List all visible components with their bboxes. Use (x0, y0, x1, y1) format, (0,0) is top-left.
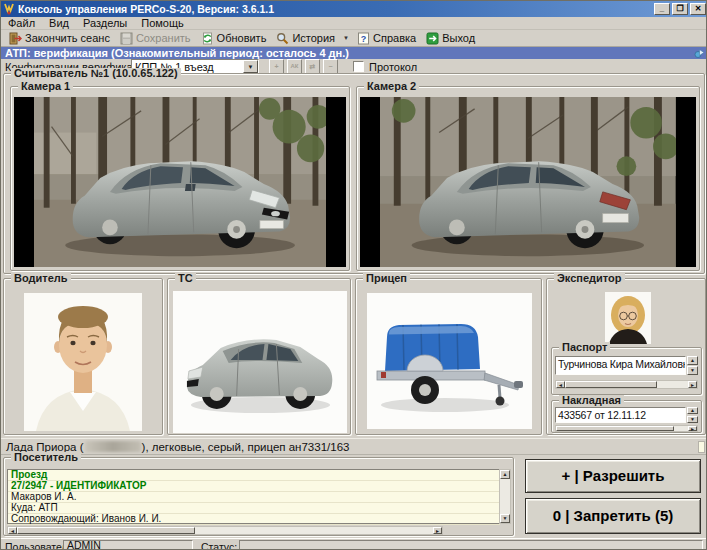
exit-button[interactable]: Выход (421, 31, 480, 46)
camera2-label: Камера 2 (364, 81, 419, 92)
camera1-group: Камера 1 (10, 86, 350, 271)
user-value: ADMIN (63, 540, 193, 550)
scrollbar-track (195, 527, 433, 534)
svg-text:?: ? (361, 33, 367, 43)
config-ak-button[interactable]: АК (287, 59, 302, 74)
save-button[interactable]: Сохранить (115, 31, 196, 46)
vehicle-info-bar: Лада Приора ( ), легковые, серый, прицеп… (1, 438, 707, 455)
exit-label: Выход (442, 32, 475, 44)
menu-file[interactable]: Файл (1, 17, 42, 29)
refresh-button[interactable]: Обновить (196, 31, 272, 46)
app-window: Консоль управления PERCo-S-20, Версия: 3… (0, 0, 707, 550)
section-title: АТП: верификация (Ознакомительный период… (5, 47, 349, 59)
refresh-label: Обновить (217, 32, 267, 44)
reader-group: Считыватель №1 (10.0.65.122) Камера 1 (3, 73, 705, 274)
forwarder-photo (605, 292, 651, 344)
list-item[interactable]: Сопровождающий: Иванов И. И. (8, 514, 500, 525)
camera2-photo (380, 97, 676, 267)
list-item[interactable]: Проезд (8, 470, 500, 481)
protocol-checkbox[interactable] (353, 61, 364, 72)
scroll-right-icon[interactable]: ► (688, 381, 697, 388)
refresh-icon (201, 32, 214, 45)
passport-group: Паспорт Турчинова Кира Михайловна ▲ ▼ ◄ … (551, 347, 702, 395)
camera2-group: Камера 2 (356, 86, 700, 271)
minimize-button[interactable]: _ (654, 3, 670, 15)
config-remove-button[interactable]: − (323, 59, 338, 74)
visitor-hscrollbar[interactable]: ◄ ► (7, 526, 443, 535)
scrollbar-thumb[interactable] (17, 527, 195, 534)
scroll-left-icon[interactable]: ◄ (556, 381, 565, 388)
passport-vscrollbar[interactable]: ▲ ▼ (687, 356, 698, 375)
end-session-button[interactable]: Закончить сеанс (4, 31, 115, 46)
scrollbar-track (674, 426, 688, 431)
end-session-icon (9, 32, 22, 45)
config-add-button[interactable]: + (269, 59, 284, 74)
restore-button[interactable]: ❐ (672, 3, 688, 15)
status-label: Статус: (201, 541, 237, 550)
invoice-vscrollbar[interactable]: ▲ ▼ (687, 407, 698, 423)
scroll-up-icon[interactable]: ▲ (500, 470, 510, 479)
scroll-right-icon[interactable]: ► (433, 527, 442, 534)
camera1-view (14, 97, 346, 267)
invoice-group: Накладная 433567 от 12.11.12 ▲ ▼ ► (551, 400, 702, 433)
close-button[interactable]: ✕ (690, 3, 706, 15)
forwarder-group: Экспедитор Паспорт Турчинова Кира Михайл… (546, 278, 706, 435)
trailer-photo (367, 293, 532, 429)
help-label: Справка (373, 32, 416, 44)
invoice-field[interactable]: 433567 от 12.11.12 (555, 407, 686, 423)
actions-panel: + | Разрешить 0 | Запретить (5) (518, 456, 706, 536)
scroll-up-icon[interactable]: ▲ (687, 356, 698, 365)
scrollbar-thumb[interactable] (565, 381, 657, 388)
protocol-label: Протокол (369, 61, 417, 73)
history-dropdown-caret[interactable]: ▼ (340, 35, 352, 41)
history-button[interactable]: История (271, 31, 340, 46)
section-header: АТП: верификация (Ознакомительный период… (1, 47, 707, 59)
toolbar: Закончить сеанс Сохранить Обновить Истор… (1, 30, 707, 47)
trailer-group: Прицеп (355, 278, 542, 435)
invoice-label: Накладная (559, 395, 624, 406)
driver-group: Водитель (3, 278, 163, 435)
title-bar: Консоль управления PERCo-S-20, Версия: 3… (1, 1, 707, 17)
driver-photo (24, 293, 142, 431)
menu-help[interactable]: Помощь (134, 17, 191, 29)
camera1-photo (34, 97, 326, 267)
menu-sections[interactable]: Разделы (76, 17, 134, 29)
scroll-down-icon[interactable]: ▼ (500, 514, 510, 523)
combobox-dropdown-icon[interactable]: ▼ (243, 60, 258, 73)
scroll-left-icon[interactable]: ◄ (8, 527, 17, 534)
passport-hscrollbar[interactable]: ◄ ► (555, 380, 698, 389)
config-swap-button[interactable]: ⇄ (305, 59, 320, 74)
invoice-hscrollbar[interactable]: ► (555, 425, 698, 432)
menu-view[interactable]: Вид (42, 17, 76, 29)
section-bar-icon (694, 48, 705, 59)
app-icon (3, 3, 15, 15)
forwarder-label: Экспедитор (554, 273, 625, 284)
reader-title: Считыватель №1 (10.0.65.122) (11, 68, 181, 79)
visitor-group: Посетитель Проезд 27/2947 - ИДЕНТИФИКАТО… (3, 457, 514, 536)
deny-button[interactable]: 0 | Запретить (5) (525, 498, 701, 534)
list-item[interactable]: Куда: АТП (8, 503, 500, 514)
status-value (239, 540, 703, 550)
list-item[interactable]: Макаров И. А. (8, 492, 500, 503)
scroll-right-icon[interactable]: ► (688, 426, 697, 431)
camera2-view (360, 97, 696, 267)
list-item[interactable]: 27/2947 - ИДЕНТИФИКАТОР (8, 481, 500, 492)
visitor-label: Посетитель (11, 452, 81, 463)
allow-button[interactable]: + | Разрешить (525, 459, 701, 493)
scroll-down-icon[interactable]: ▼ (687, 416, 698, 423)
scroll-down-icon[interactable]: ▼ (687, 366, 698, 375)
window-title: Консоль управления PERCo-S-20, Версия: 3… (18, 3, 274, 15)
visitor-vscrollbar[interactable]: ▲ ▼ (499, 469, 511, 524)
camera1-label: Камера 1 (18, 81, 73, 92)
list-edge-sliver (698, 441, 705, 453)
vehicle-group: ТС (167, 278, 351, 435)
help-icon: ? (357, 32, 370, 45)
license-plate-redacted (85, 441, 141, 452)
visitor-list[interactable]: Проезд 27/2947 - ИДЕНТИФИКАТОР Макаров И… (7, 469, 501, 524)
trailer-label: Прицеп (363, 273, 410, 284)
passport-field[interactable]: Турчинова Кира Михайловна (555, 356, 686, 375)
scrollbar-thumb[interactable] (556, 426, 674, 431)
vehicle-info-suffix: ), легковые, серый, прицеп ан7331/163 (142, 441, 350, 453)
scroll-up-icon[interactable]: ▲ (687, 407, 698, 414)
help-button[interactable]: ? Справка (352, 31, 421, 46)
